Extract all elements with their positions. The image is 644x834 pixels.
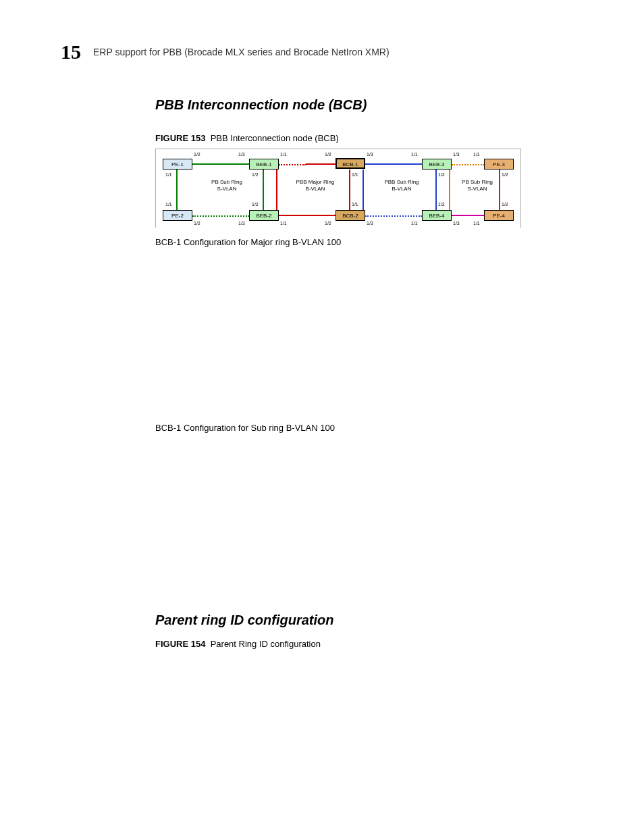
figure-153-label: FIGURE 153 PBB Interconnection node (BCB… bbox=[155, 133, 587, 143]
port-bcb2-12: 1/2 bbox=[325, 221, 331, 226]
chapter-number: 15 bbox=[61, 41, 81, 63]
port-beb1-12a: 1/2 bbox=[252, 172, 259, 178]
port-beb2-11: 1/1 bbox=[280, 221, 287, 226]
link-pe1-beb1 bbox=[192, 163, 249, 165]
figure-154-number: FIGURE 154 bbox=[155, 639, 205, 649]
node-bcb-1: BCB-1 bbox=[336, 158, 365, 169]
port-beb1-11: 1/1 bbox=[280, 152, 287, 157]
port-pe2-12: 1/2 bbox=[194, 221, 200, 226]
link-pe1-pe2 bbox=[176, 170, 178, 210]
section-heading-parent-ring: Parent ring ID configuration bbox=[155, 613, 587, 628]
page-header: 15 ERP support for PBB (Brocade MLX seri… bbox=[61, 41, 583, 63]
figure-154-label: FIGURE 154 Parent Ring ID configuration bbox=[155, 639, 587, 649]
link-pe2-beb2 bbox=[192, 215, 249, 217]
port-beb4-13: 1/3 bbox=[453, 221, 460, 226]
port-pe2-11: 1/1 bbox=[165, 202, 172, 207]
link-pe3-pe4 bbox=[499, 170, 500, 210]
link-beb1-bcb1 bbox=[306, 163, 336, 165]
label-right-sub-ring: PB Sub RingS-VLAN bbox=[457, 179, 498, 192]
caption-sub-ring: BCB-1 Configuration for Sub ring B-VLAN … bbox=[155, 423, 587, 433]
node-pe-1: PE-1 bbox=[163, 159, 192, 170]
link-beb2-bcb2 bbox=[279, 215, 336, 216]
port-beb3-12a: 1/2 bbox=[438, 172, 445, 178]
port-pe1-12: 1/2 bbox=[194, 152, 200, 157]
port-bcb2-11a: 1/1 bbox=[352, 202, 358, 207]
figure-153-diagram: PE-1 BEB-1 BCB-1 BEB-3 PE-3 PE-2 BEB-2 B… bbox=[155, 149, 521, 228]
caption-major-ring: BCB-1 Configuration for Major ring B-VLA… bbox=[155, 237, 587, 247]
link-beb1-beb2-left bbox=[263, 170, 264, 210]
port-pe1-11: 1/1 bbox=[165, 172, 172, 178]
port-beb3-11: 1/1 bbox=[411, 152, 418, 157]
link-bcb2-beb4 bbox=[365, 215, 422, 217]
port-bcb1-13: 1/3 bbox=[367, 152, 373, 157]
link-beb3-pe3 bbox=[452, 164, 484, 165]
port-bcb1-11a: 1/1 bbox=[352, 172, 358, 178]
node-pe-4: PE-4 bbox=[484, 210, 514, 221]
link-bcb1-bcb2-right bbox=[363, 170, 364, 210]
port-beb3-13: 1/3 bbox=[453, 152, 460, 157]
node-beb-3: BEB-3 bbox=[422, 159, 452, 170]
port-bcb1-12: 1/2 bbox=[325, 152, 331, 157]
section-heading-bcb: PBB Interconnection node (BCB) bbox=[155, 97, 587, 113]
page-content: PBB Interconnection node (BCB) FIGURE 15… bbox=[155, 97, 587, 649]
node-beb-4: BEB-4 bbox=[422, 210, 452, 221]
running-title: ERP support for PBB (Brocade MLX series … bbox=[93, 47, 390, 57]
node-beb-1: BEB-1 bbox=[249, 159, 279, 170]
port-pe3-11: 1/1 bbox=[473, 152, 480, 157]
link-bcb1-beb3 bbox=[365, 163, 422, 165]
port-bcb2-13: 1/3 bbox=[367, 221, 373, 226]
label-major-ring: PBB Major RingB-VLAN bbox=[288, 179, 342, 192]
link-beb1-bcb1-dotted bbox=[279, 164, 306, 165]
label-left-sub-ring: PB Sub RingS-VLAN bbox=[203, 179, 250, 192]
figure-154-caption: Parent Ring ID configuration bbox=[211, 639, 321, 649]
node-pe-3: PE-3 bbox=[484, 159, 514, 170]
spacer-1 bbox=[155, 251, 587, 413]
link-beb1-beb2-right bbox=[276, 170, 277, 210]
port-beb4-11: 1/1 bbox=[411, 221, 418, 226]
port-pe4-12: 1/2 bbox=[502, 202, 508, 207]
figure-153-caption: PBB Interconnection node (BCB) bbox=[211, 133, 339, 143]
label-mid-sub-ring: PBB Sub RingB-VLAN bbox=[375, 179, 429, 192]
node-bcb-2: BCB-2 bbox=[336, 210, 365, 221]
link-beb3-beb4-left bbox=[435, 170, 437, 210]
port-beb4-12a: 1/2 bbox=[438, 202, 445, 207]
port-pe4-11: 1/1 bbox=[473, 221, 480, 226]
spacer-2 bbox=[155, 437, 587, 599]
link-beb4-pe4 bbox=[452, 215, 484, 216]
link-bcb1-bcb2-left bbox=[349, 170, 350, 210]
port-beb2-13: 1/3 bbox=[238, 221, 245, 226]
link-beb3-beb4-right bbox=[449, 170, 450, 210]
port-beb1-13: 1/3 bbox=[238, 152, 245, 157]
node-pe-2: PE-2 bbox=[163, 210, 192, 221]
figure-153-number: FIGURE 153 bbox=[155, 133, 205, 143]
node-beb-2: BEB-2 bbox=[249, 210, 279, 221]
port-beb2-12a: 1/2 bbox=[252, 202, 259, 207]
port-pe3-12: 1/2 bbox=[502, 172, 508, 178]
